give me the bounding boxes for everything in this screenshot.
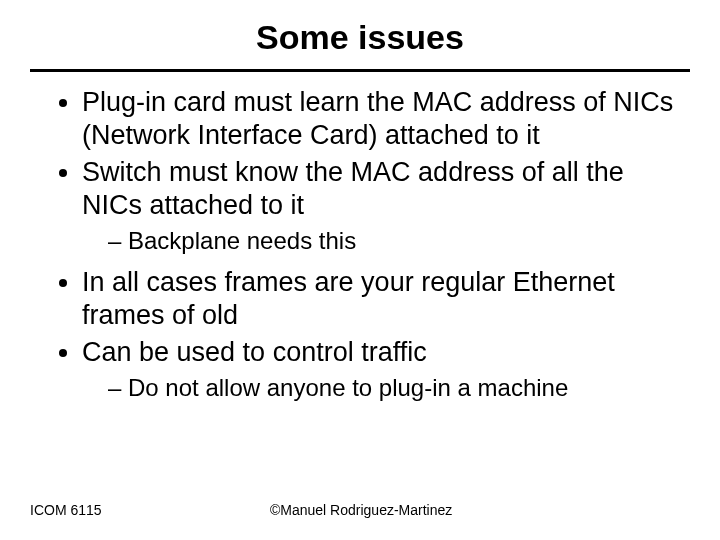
slide-title: Some issues [30,18,690,57]
bullet-item: Switch must know the MAC address of all … [82,156,680,256]
slide-body: Plug-in card must learn the MAC address … [30,86,690,403]
slide: Some issues Plug-in card must learn the … [0,0,720,540]
bullet-text: Switch must know the MAC address of all … [82,157,624,220]
bullet-item: In all cases frames are your regular Eth… [82,266,680,332]
sub-bullet-list: Do not allow anyone to plug-in a machine [82,373,680,403]
bullet-text: Can be used to control traffic [82,337,427,367]
slide-footer: ICOM 6115 ©Manuel Rodriguez-Martinez [30,502,690,518]
sub-bullet-item: Backplane needs this [108,226,680,256]
bullet-item: Can be used to control traffic Do not al… [82,336,680,403]
bullet-list: Plug-in card must learn the MAC address … [40,86,680,403]
title-rule [30,69,690,72]
sub-bullet-item: Do not allow anyone to plug-in a machine [108,373,680,403]
sub-bullet-list: Backplane needs this [82,226,680,256]
footer-center: ©Manuel Rodriguez-Martinez [250,502,690,518]
footer-left: ICOM 6115 [30,502,250,518]
bullet-item: Plug-in card must learn the MAC address … [82,86,680,152]
